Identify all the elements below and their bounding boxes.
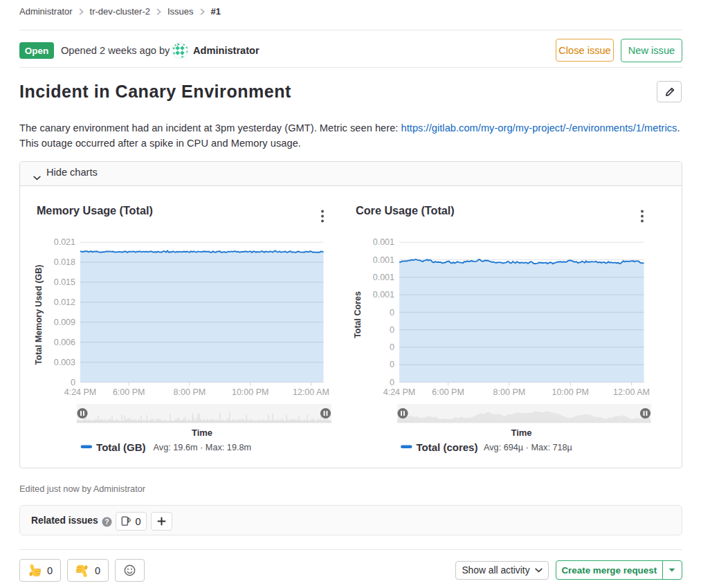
svg-text:8:00 PM: 8:00 PM bbox=[174, 387, 206, 397]
svg-text:?: ? bbox=[104, 517, 109, 526]
svg-text:0: 0 bbox=[390, 342, 394, 352]
svg-text:Avg: 694µ · Max: 718µ: Avg: 694µ · Max: 718µ bbox=[484, 443, 573, 452]
svg-text:0.021: 0.021 bbox=[54, 237, 75, 247]
svg-text:Memory Usage (Total): Memory Usage (Total) bbox=[37, 204, 153, 217]
svg-text:12:00 AM: 12:00 AM bbox=[613, 387, 650, 397]
svg-text:0: 0 bbox=[390, 360, 394, 369]
svg-text:0.006: 0.006 bbox=[54, 338, 75, 347]
svg-text:Avg: 19.6m · Max: 19.8m: Avg: 19.6m · Max: 19.8m bbox=[154, 443, 252, 452]
svg-text:Core Usage (Total): Core Usage (Total) bbox=[356, 204, 455, 217]
svg-text:0: 0 bbox=[71, 378, 75, 387]
svg-text:10:00 PM: 10:00 PM bbox=[232, 387, 269, 397]
svg-text:8:00 PM: 8:00 PM bbox=[493, 387, 526, 397]
svg-text:4:24 PM: 4:24 PM bbox=[64, 387, 97, 397]
svg-text:Total (GB): Total (GB) bbox=[96, 441, 145, 453]
svg-text:10:00 PM: 10:00 PM bbox=[552, 387, 589, 397]
svg-text:0.003: 0.003 bbox=[54, 358, 75, 367]
svg-text:Total (cores): Total (cores) bbox=[417, 441, 478, 453]
svg-text:0.001: 0.001 bbox=[373, 273, 394, 282]
svg-text:Total Memory Used (GB): Total Memory Used (GB) bbox=[34, 265, 44, 365]
svg-text:0.001: 0.001 bbox=[373, 290, 394, 300]
svg-text:Total Cores: Total Cores bbox=[353, 291, 363, 338]
svg-text:0.001: 0.001 bbox=[373, 237, 394, 247]
svg-text:0: 0 bbox=[390, 308, 394, 318]
svg-text:0.009: 0.009 bbox=[54, 318, 75, 327]
svg-text:0: 0 bbox=[390, 325, 394, 335]
svg-text:12:00 AM: 12:00 AM bbox=[293, 387, 329, 397]
svg-text:0.012: 0.012 bbox=[54, 297, 75, 307]
svg-text:0.015: 0.015 bbox=[54, 277, 75, 287]
svg-text:0: 0 bbox=[390, 378, 394, 387]
svg-text:Time: Time bbox=[511, 428, 531, 438]
svg-text:0.018: 0.018 bbox=[54, 257, 75, 267]
svg-text:0.001: 0.001 bbox=[373, 255, 394, 265]
svg-text:6:00 PM: 6:00 PM bbox=[432, 387, 464, 397]
svg-text:4:24 PM: 4:24 PM bbox=[383, 387, 416, 397]
svg-text:Time: Time bbox=[192, 428, 212, 438]
svg-text:6:00 PM: 6:00 PM bbox=[113, 387, 145, 397]
